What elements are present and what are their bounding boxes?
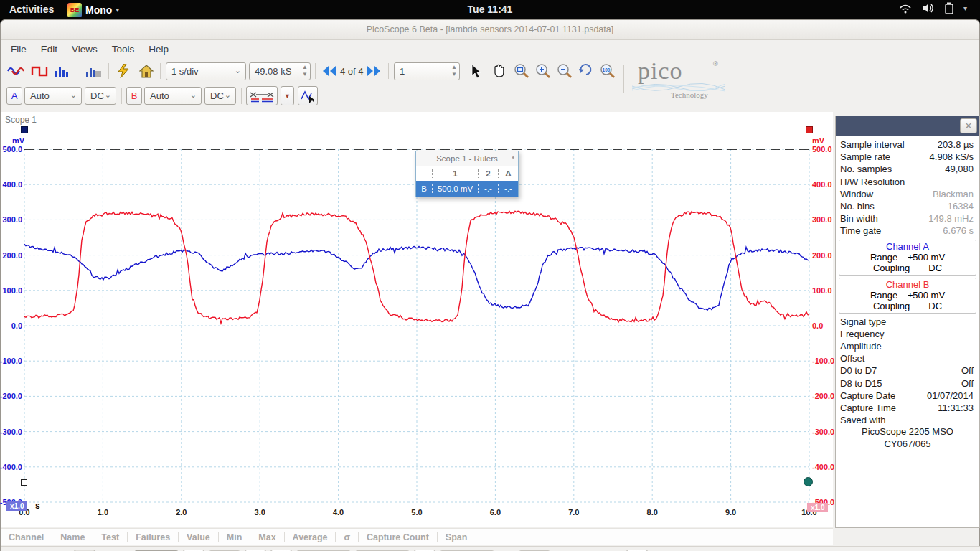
channel-b-range-select[interactable]: Auto⌄ bbox=[144, 87, 202, 105]
volume-icon bbox=[922, 3, 935, 14]
property-row: Capture Date01/07/2014 bbox=[836, 390, 979, 402]
measurement-column-name[interactable]: Name bbox=[52, 532, 93, 542]
y-tick-left: 0.0 bbox=[0, 321, 22, 330]
x-tick: 7.0 bbox=[560, 508, 588, 517]
buffer-index-spinner[interactable]: 1▲▼ bbox=[394, 62, 460, 80]
timebase-select[interactable]: 1 s/div⌄ bbox=[166, 62, 246, 80]
y-unit-right: mV bbox=[812, 136, 824, 145]
y-tick-left: -300.0 bbox=[0, 428, 22, 436]
window-titlebar[interactable]: PicoScope 6 Beta - [lambda sensors 2014-… bbox=[1, 20, 979, 40]
property-row: Frequency bbox=[836, 328, 979, 340]
auto-setup-button[interactable] bbox=[113, 62, 133, 80]
property-row: Bin width149.8 mHz bbox=[836, 212, 979, 225]
menu-item-views[interactable]: Views bbox=[65, 41, 105, 60]
buffer-nav-label: 4 of 4 bbox=[340, 66, 364, 77]
y-tick-left: 500.0 bbox=[0, 145, 22, 154]
x-tick: 2.0 bbox=[167, 508, 196, 517]
wifi-icon bbox=[899, 4, 912, 14]
home-button[interactable] bbox=[136, 62, 156, 80]
y-tick-left: 100.0 bbox=[0, 286, 22, 295]
property-row: Sample interval203.8 µs bbox=[836, 138, 979, 151]
channel-a-button[interactable]: A bbox=[6, 87, 22, 105]
x-scale-badge-left[interactable]: x1.0 bbox=[6, 501, 27, 511]
zoom-in-tool[interactable] bbox=[533, 62, 553, 80]
rulers-pin-icon[interactable]: • bbox=[512, 154, 514, 161]
y-tick-left: -100.0 bbox=[0, 357, 22, 365]
measurement-column-span[interactable]: Span bbox=[438, 532, 476, 542]
picoscope-window: PicoScope 6 Beta - [lambda sensors 2014-… bbox=[0, 19, 980, 551]
menu-item-tools[interactable]: Tools bbox=[105, 41, 142, 60]
y-tick-left: -200.0 bbox=[0, 392, 22, 400]
spinner-arrows-icon[interactable]: ▲▼ bbox=[302, 64, 308, 78]
properties-panel-header: ✕ bbox=[836, 116, 979, 136]
buffer-next-button[interactable] bbox=[364, 62, 383, 80]
x-tick: 5.0 bbox=[402, 508, 431, 517]
measurement-column-capture-count[interactable]: Capture Count bbox=[359, 532, 438, 542]
saved-with-line: PicoScope 2205 MSO bbox=[836, 426, 979, 438]
undo-zoom-tool[interactable] bbox=[576, 62, 596, 80]
property-row: Amplitude bbox=[836, 340, 979, 352]
property-row: Capture Time11:31:33 bbox=[836, 402, 979, 414]
y-tick-left: -400.0 bbox=[0, 463, 22, 471]
chevron-down-icon: ⌄ bbox=[105, 90, 111, 100]
view-options-button[interactable] bbox=[82, 62, 105, 80]
probe-waveform-button[interactable] bbox=[298, 86, 318, 105]
system-tray[interactable]: ▾ bbox=[899, 2, 967, 14]
menu-item-edit[interactable]: Edit bbox=[34, 41, 65, 60]
ruler-handle-time-left[interactable] bbox=[21, 479, 27, 486]
measurement-column-value[interactable]: Value bbox=[179, 532, 219, 542]
measurement-column-average[interactable]: Average bbox=[285, 532, 336, 542]
rulers-popup[interactable]: Scope 1 - Rulers • 1 2 Δ B 500.0 mV -.- … bbox=[415, 151, 519, 197]
digital-dropdown-button[interactable]: ▼ bbox=[281, 86, 294, 105]
status-bar: Stopped Trigger None⌄ A⌄ 282.9 mV▲▼ 24.7… bbox=[1, 546, 980, 551]
channel-b-info-box: Channel B Range±500 mV CouplingDC bbox=[839, 278, 976, 314]
x-tick: 8.0 bbox=[638, 508, 666, 517]
buffer-prev-button[interactable] bbox=[320, 62, 339, 80]
property-row: Offset bbox=[836, 352, 979, 364]
x-tick: 3.0 bbox=[245, 508, 274, 517]
menu-item-help[interactable]: Help bbox=[141, 41, 176, 60]
menu-item-file[interactable]: File bbox=[4, 41, 34, 60]
samples-spinner[interactable]: 49.08 kS▲▼ bbox=[249, 62, 311, 80]
channel-a-coupling-select[interactable]: DC⌄ bbox=[85, 87, 116, 105]
measurement-column-channel[interactable]: Channel bbox=[1, 532, 52, 542]
measurement-column-test[interactable]: Test bbox=[93, 532, 128, 542]
x-tick: 6.0 bbox=[481, 508, 509, 517]
measurement-column-σ[interactable]: σ bbox=[336, 532, 359, 542]
ruler-handle-channel-b[interactable] bbox=[806, 126, 813, 133]
ruler-handle-time-right[interactable] bbox=[804, 477, 813, 486]
measurement-column-failures[interactable]: Failures bbox=[128, 532, 179, 542]
zoom-out-tool[interactable] bbox=[555, 62, 575, 80]
property-row: No. samples49,080 bbox=[836, 163, 979, 175]
rulers-popup-header[interactable]: Scope 1 - Rulers • bbox=[416, 151, 518, 166]
digital-channels-button[interactable] bbox=[246, 86, 278, 105]
hand-tool[interactable] bbox=[489, 62, 509, 80]
svg-text:100: 100 bbox=[603, 67, 611, 72]
property-row: WindowBlackman bbox=[836, 188, 979, 200]
spinner-arrows-icon[interactable]: ▲▼ bbox=[451, 64, 457, 78]
persistence-view-button[interactable] bbox=[29, 62, 50, 80]
chevron-down-icon: ⌄ bbox=[235, 66, 241, 75]
zoom-window-tool[interactable] bbox=[512, 62, 532, 80]
channel-a-range-select[interactable]: Auto⌄ bbox=[24, 87, 82, 105]
saved-with-line: CY067/065 bbox=[836, 438, 979, 451]
tray-caret-icon: ▾ bbox=[963, 4, 967, 12]
x-unit-label: s bbox=[35, 501, 40, 511]
close-icon[interactable]: ✕ bbox=[960, 118, 977, 133]
zoom-full-tool[interactable]: 100 bbox=[598, 62, 618, 80]
x-scale-badge-right[interactable]: x1.0 bbox=[807, 503, 828, 512]
normal-selection-tool[interactable] bbox=[467, 62, 486, 80]
y-tick-left: 200.0 bbox=[0, 251, 22, 260]
x-tick: 4.0 bbox=[324, 508, 353, 517]
measurement-column-max[interactable]: Max bbox=[250, 532, 284, 542]
channel-b-coupling-select[interactable]: DC⌄ bbox=[204, 87, 236, 105]
rulers-row-b[interactable]: B 500.0 mV -.- -.- bbox=[416, 181, 518, 197]
x-tick: 9.0 bbox=[717, 508, 745, 517]
ruler-handle-channel-a[interactable] bbox=[21, 126, 28, 133]
property-row: D0 to D7Off bbox=[836, 364, 979, 377]
spectrum-view-button[interactable] bbox=[52, 62, 72, 80]
measurement-column-min[interactable]: Min bbox=[219, 532, 251, 542]
channel-b-button[interactable]: B bbox=[126, 87, 142, 105]
clock[interactable]: Tue 11:41 bbox=[0, 4, 980, 15]
scope-view-button[interactable] bbox=[6, 62, 27, 80]
